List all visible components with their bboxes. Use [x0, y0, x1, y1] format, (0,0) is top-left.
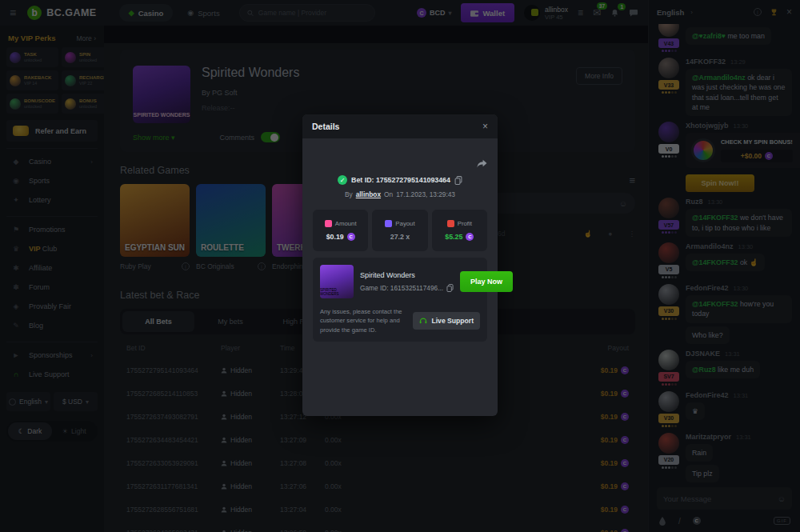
modal-game-block: SPIRITED WONDERS Spirited Wonders Game I… — [313, 258, 487, 342]
play-now-button[interactable]: Play Now — [460, 271, 513, 292]
stat-amount: Amount$0.19C — [313, 210, 368, 251]
amount-icon — [325, 220, 332, 227]
modal-game-id: Game ID: 1615325117496... — [360, 284, 454, 292]
copy-icon[interactable] — [454, 176, 462, 185]
stat-payout: Payout27.2 x — [372, 210, 427, 251]
bet-stats: Amount$0.19CPayout27.2 xProfit$5.25C — [313, 210, 487, 251]
modal-title: Details — [312, 122, 339, 131]
bet-details-modal: Details × ✓ Bet ID: 1755272795141093464 … — [302, 114, 498, 416]
stat-value: 27.2 x — [390, 233, 410, 241]
stat-profit: Profit$5.25C — [432, 210, 487, 251]
coin-icon: C — [466, 233, 474, 241]
bet-datetime: 17.1.2023, 13:29:43 — [396, 190, 455, 198]
copy-icon[interactable] — [446, 284, 454, 292]
live-support-button[interactable]: Live Support — [413, 312, 480, 330]
modal-game-thumbnail: SPIRITED WONDERS — [320, 265, 354, 298]
payout-icon — [385, 220, 392, 227]
share-icon[interactable] — [477, 159, 487, 168]
stat-label: Payout — [395, 220, 414, 227]
stat-value: $0.19C — [326, 233, 355, 241]
profit-icon — [447, 220, 454, 227]
verified-icon: ✓ — [338, 175, 347, 185]
modal-close-icon[interactable]: × — [482, 121, 488, 132]
live-support-label: Live Support — [431, 317, 474, 325]
stat-value: $5.25C — [445, 233, 474, 241]
bet-id: Bet ID: 1755272795141093464 — [351, 176, 450, 184]
modal-header: Details × — [302, 114, 498, 138]
support-note: Any issues, please contact the customer … — [320, 307, 406, 334]
stat-label: Amount — [335, 220, 357, 227]
stat-label: Profit — [458, 220, 472, 227]
bet-player-link[interactable]: allinbox — [356, 190, 381, 198]
bcgame-app: ≡ b BC.GAME ◆ Casino ◉ Sports C BCD ▾ — [0, 0, 800, 532]
headset-icon — [419, 317, 427, 325]
bet-meta: By allinbox On 17.1.2023, 13:29:43 — [313, 190, 487, 198]
coin-icon: C — [347, 233, 355, 241]
modal-game-name: Spirited Wonders — [360, 271, 454, 279]
